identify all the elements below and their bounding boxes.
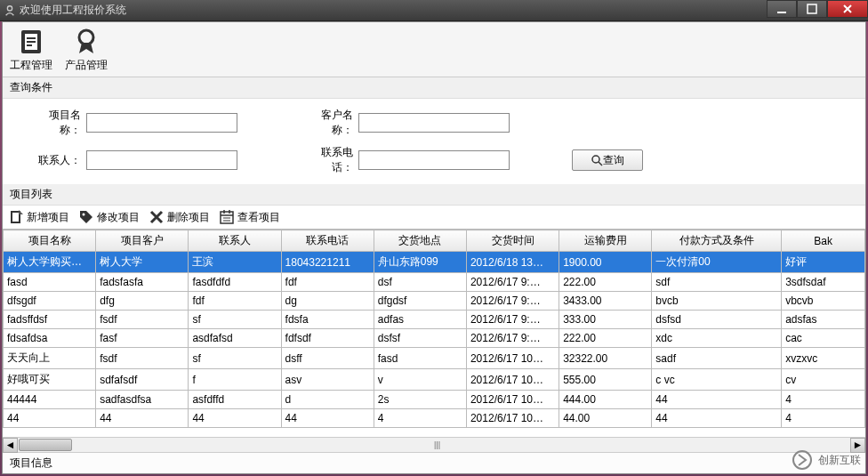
table-cell[interactable]: 2012/6/17 9:… <box>466 311 559 329</box>
table-cell[interactable]: dsff <box>281 348 374 369</box>
table-cell[interactable]: 44 <box>652 409 782 428</box>
table-cell[interactable]: fadsfasfa <box>96 273 189 292</box>
table-cell[interactable]: 2012/6/17 10… <box>466 391 559 409</box>
table-cell[interactable]: 555.00 <box>559 369 652 391</box>
table-cell[interactable]: 一次付清00 <box>652 252 782 273</box>
table-cell[interactable]: 222.00 <box>559 273 652 292</box>
table-cell[interactable]: asdfafsd <box>189 329 281 348</box>
table-cell[interactable]: bvcb <box>652 292 782 311</box>
table-cell[interactable]: 44 <box>281 409 374 428</box>
table-cell[interactable]: fasf <box>96 329 189 348</box>
maximize-button[interactable] <box>797 0 827 18</box>
table-header[interactable]: 交货地点 <box>374 230 466 252</box>
close-button[interactable] <box>827 0 868 18</box>
table-row[interactable]: 树人大学购买…树人大学王滨18043221211舟山东路0992012/6/18… <box>4 252 865 273</box>
table-cell[interactable]: 2012/6/18 13… <box>466 252 559 273</box>
edit-project-button[interactable]: 修改项目 <box>78 209 140 225</box>
table-cell[interactable]: 44 <box>652 391 782 409</box>
table-cell[interactable]: asfdffd <box>189 391 281 409</box>
phone-input[interactable] <box>358 150 510 170</box>
scroll-thumb[interactable] <box>19 439 72 451</box>
table-cell[interactable]: 44.00 <box>559 409 652 428</box>
delete-project-button[interactable]: 删除项目 <box>149 209 210 225</box>
table-header[interactable]: 交货时间 <box>466 230 559 252</box>
table-cell[interactable]: 333.00 <box>559 311 652 329</box>
table-cell[interactable]: adsfas <box>782 311 865 329</box>
table-cell[interactable]: 4 <box>782 409 865 428</box>
table-cell[interactable]: 好评 <box>782 252 865 273</box>
project-mgmt-button[interactable]: 工程管理 <box>10 26 52 73</box>
table-cell[interactable]: sf <box>189 348 281 369</box>
table-cell[interactable]: 44444 <box>4 391 96 409</box>
table-cell[interactable]: 好哦可买 <box>4 369 96 391</box>
project-name-input[interactable] <box>86 113 237 133</box>
table-cell[interactable]: 3sdfsdaf <box>782 273 865 292</box>
table-cell[interactable]: cv <box>782 369 865 391</box>
table-cell[interactable]: fasdfdfd <box>189 273 281 292</box>
table-cell[interactable]: fsdf <box>96 348 189 369</box>
table-cell[interactable]: dfg <box>96 292 189 311</box>
table-cell[interactable]: 2012/6/17 10… <box>466 348 559 369</box>
table-cell[interactable]: 444.00 <box>559 391 652 409</box>
table-cell[interactable]: c vc <box>652 369 782 391</box>
table-header[interactable]: 付款方式及条件 <box>652 230 782 252</box>
table-cell[interactable]: f <box>189 369 281 391</box>
table-cell[interactable]: sf <box>189 311 281 329</box>
table-cell[interactable]: sdfafsdf <box>96 369 189 391</box>
table-cell[interactable]: fadsffdsf <box>4 311 96 329</box>
table-cell[interactable]: fsdf <box>96 311 189 329</box>
contact-input[interactable] <box>86 150 237 170</box>
table-cell[interactable]: 3433.00 <box>559 292 652 311</box>
table-header[interactable]: 项目名称 <box>4 230 96 252</box>
table-cell[interactable]: asv <box>281 369 374 391</box>
table-row[interactable]: 4444444442012/6/17 10…44.00444 <box>4 409 865 428</box>
table-cell[interactable]: 天天向上 <box>4 348 96 369</box>
table-cell[interactable]: 222.00 <box>559 329 652 348</box>
project-table[interactable]: 项目名称项目客户联系人联系电话交货地点交货时间运输费用付款方式及条件Bak 树人… <box>3 230 865 428</box>
table-header[interactable]: 项目客户 <box>96 230 189 252</box>
table-cell[interactable]: 2012/6/17 10… <box>466 369 559 391</box>
table-cell[interactable]: sadfasdfsa <box>96 391 189 409</box>
table-cell[interactable]: cac <box>782 329 865 348</box>
table-cell[interactable]: sadf <box>652 348 782 369</box>
table-cell[interactable]: fdf <box>189 292 281 311</box>
table-cell[interactable]: dsf <box>374 273 466 292</box>
horizontal-scrollbar[interactable]: ◄ ||| ► <box>3 437 865 452</box>
minimize-button[interactable] <box>767 0 797 18</box>
table-cell[interactable]: 舟山东路099 <box>374 252 466 273</box>
table-cell[interactable]: 1900.00 <box>559 252 652 273</box>
search-button[interactable]: 查询 <box>572 149 643 171</box>
table-header[interactable]: 运输费用 <box>559 230 652 252</box>
table-cell[interactable]: fasd <box>374 348 466 369</box>
table-cell[interactable]: fasd <box>4 273 96 292</box>
table-cell[interactable]: fdsfa <box>281 311 374 329</box>
table-cell[interactable]: dfsgdf <box>4 292 96 311</box>
table-cell[interactable]: dg <box>281 292 374 311</box>
table-cell[interactable]: 4 <box>374 409 466 428</box>
table-header[interactable]: Bak <box>782 230 865 252</box>
table-cell[interactable]: fdsafdsa <box>4 329 96 348</box>
table-row[interactable]: dfsgdfdfgfdfdgdfgdsf2012/6/17 9:…3433.00… <box>4 292 865 311</box>
table-cell[interactable]: d <box>281 391 374 409</box>
table-cell[interactable]: xdc <box>652 329 782 348</box>
table-header[interactable]: 联系人 <box>189 230 281 252</box>
product-mgmt-button[interactable]: 产品管理 <box>65 26 108 73</box>
table-cell[interactable]: 44 <box>4 409 96 428</box>
table-row[interactable]: 好哦可买sdfafsdffasvv2012/6/17 10…555.00c vc… <box>4 369 865 391</box>
customer-name-input[interactable] <box>358 113 510 133</box>
table-row[interactable]: fasdfadsfasfafasdfdfdfdfdsf2012/6/17 9:…… <box>4 273 865 292</box>
table-cell[interactable]: xvzxvc <box>782 348 865 369</box>
add-project-button[interactable]: 新增项目 <box>8 209 69 225</box>
view-project-button[interactable]: 查看项目 <box>219 209 280 225</box>
table-row[interactable]: 44444sadfasdfsaasfdffdd2s2012/6/17 10…44… <box>4 391 865 409</box>
table-cell[interactable]: 44 <box>96 409 189 428</box>
table-cell[interactable]: v <box>374 369 466 391</box>
table-cell[interactable]: 44 <box>189 409 281 428</box>
table-cell[interactable]: 王滨 <box>189 252 281 273</box>
table-cell[interactable]: vbcvb <box>782 292 865 311</box>
table-row[interactable]: 天天向上fsdfsfdsfffasd2012/6/17 10…32322.00s… <box>4 348 865 369</box>
table-row[interactable]: fdsafdsafasfasdfafsdfdfsdfdsfsf2012/6/17… <box>4 329 865 348</box>
table-cell[interactable]: 2012/6/17 9:… <box>466 329 559 348</box>
table-cell[interactable]: fdf <box>281 273 374 292</box>
titlebar[interactable]: 欢迎使用工程报价系统 <box>0 0 868 21</box>
